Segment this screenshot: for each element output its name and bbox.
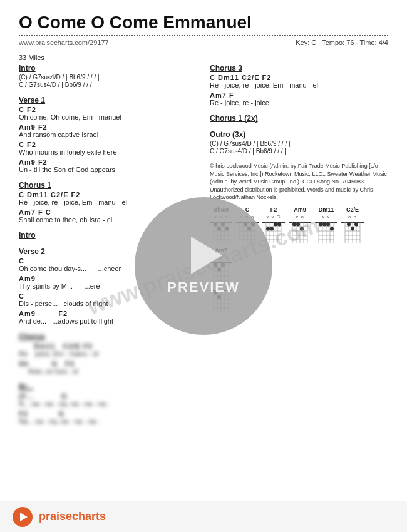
section-verse2: Verse 2 C Oh come thou day-s... ...cheer… xyxy=(19,247,197,325)
verse1-lyrics4: Un - till the Son of God appears xyxy=(19,166,197,173)
verse2-lyrics2: Thy spirits by M... ...ere xyxy=(19,282,197,290)
chord-diagrams: Bb6/9 x x o xyxy=(210,207,388,284)
verse2-pair4: Am9 F2 And de... ...adows put to flight xyxy=(19,310,197,325)
artist-label: 33 Miles xyxy=(19,54,388,61)
bridge-blurred-pair1: (F... G N... na - na - na, na - na - na … xyxy=(19,392,197,407)
verse1-title: Verse 1 xyxy=(19,96,197,105)
chord-c2e: C2/E o o xyxy=(341,207,364,243)
verse1-pair2: Am9 F2 And ransom captive Israel xyxy=(19,123,197,138)
chorus-blurred-pair1: Dm11 C2/E F2 Re joice, Em - manu - el xyxy=(19,342,197,357)
chorus3-pair2: Am7 F Re - joice, re - joice xyxy=(210,91,388,106)
logo-prefix: pr xyxy=(39,510,50,523)
svg-point-25 xyxy=(244,222,247,226)
bridge-blurred-chords2: F2 G xyxy=(19,410,197,417)
chorus-blurred-lyrics2: thee, on Isra - el xyxy=(19,367,197,375)
chorus3-lyrics2: Re - joice, re - joice xyxy=(210,99,388,106)
verse1-pair3: C F2 Who mourns in lonely exile here xyxy=(19,141,197,156)
svg-point-27 xyxy=(251,222,255,226)
chorus1-lyrics1: Re - joice, re - joice, Em - manu - el xyxy=(19,198,197,206)
verse2-pair2: Am9 Thy spirits by M... ...ere xyxy=(19,275,197,290)
section-intro2: Intro xyxy=(19,231,197,240)
svg-point-106 xyxy=(217,295,221,299)
svg-point-94 xyxy=(221,263,225,267)
chord-am9: Am9 x o xyxy=(289,207,311,243)
bottom-logo: praisecharts xyxy=(39,510,106,523)
logo-accent: ai xyxy=(50,510,59,523)
subtitle-row: www.praisecharts.com/29177 Key: C · Temp… xyxy=(19,39,388,46)
svg-point-92 xyxy=(214,263,217,267)
svg-point-105 xyxy=(214,290,217,294)
chord-c: C x o o xyxy=(236,207,259,243)
intro-line1: (C) / G7sus4/D / | Bb6/9 / / / | xyxy=(19,74,197,81)
section-chorus-blurred: Chorus Dm11 C2/E F2 Re joice, Em - manu … xyxy=(19,332,197,375)
intro-line2: C / G7sus4/D / | Bb6/9 / / / xyxy=(19,81,197,88)
chorus1-pair2: Am7 F C Shall come to thee, oh Isra - el xyxy=(19,208,197,223)
play-icon xyxy=(20,513,28,521)
svg-point-52 xyxy=(292,222,296,226)
svg-point-80 xyxy=(351,227,354,230)
chorus3-chords2: Am7 F xyxy=(210,91,388,99)
play-button[interactable] xyxy=(13,507,33,527)
svg-point-14 xyxy=(225,227,229,230)
svg-point-67 xyxy=(326,222,330,226)
svg-point-38 xyxy=(266,227,270,230)
verse2-pair3: C Dis - perse... clouds of night xyxy=(19,292,197,307)
chorus1-chords2: Am7 F C xyxy=(19,208,197,216)
section-verse1: Verse 1 C F2 Oh come, Oh come, Em - manu… xyxy=(19,96,197,173)
chorus-blurred-title: Chorus xyxy=(19,332,197,341)
bridge-blurred-lyrics2: Na... na - na, na - na - na - xyxy=(19,417,197,425)
intro-title: Intro xyxy=(19,64,197,73)
svg-point-54 xyxy=(300,227,304,230)
section-intro: Intro (C) / G7sus4/D / | Bb6/9 / / / | C… xyxy=(19,64,197,88)
svg-point-12 xyxy=(217,227,221,230)
verse1-chords1: C F2 xyxy=(19,106,197,113)
verse2-chords4: Am9 F2 xyxy=(19,310,197,317)
verse1-chords4: Am9 F2 xyxy=(19,158,197,166)
verse2-chords2: Am9 xyxy=(19,275,197,282)
chorus-blurred-chords2: Sh G F2 xyxy=(19,360,197,367)
verse1-lyrics3: Who mourns in lonely exile here xyxy=(19,148,197,156)
verse2-lyrics1: Oh come thou day-s... ...cheer xyxy=(19,265,197,272)
section-chorus1-2x: Chorus 1 (2x) xyxy=(210,114,388,123)
chorus1-title: Chorus 1 xyxy=(19,181,197,190)
svg-point-11 xyxy=(214,222,217,226)
chorus1-pair1: C Dm11 C2/E F2 Re - joice, re - joice, E… xyxy=(19,191,197,206)
chorus3-pair1: C Dm11 C2/E F2 Re - joice, re - joice, E… xyxy=(210,74,388,89)
verse1-chords2: Am9 F2 xyxy=(19,123,197,131)
verse2-lyrics4: And de... ...adows put to flight xyxy=(19,317,197,325)
chorus1-lyrics2: Shall come to thee, oh Isra - el xyxy=(19,216,197,223)
verse1-pair4: Am9 F2 Un - till the Son of God appears xyxy=(19,158,197,173)
left-column: Intro (C) / G7sus4/D / | Bb6/9 / / / | C… xyxy=(19,64,197,432)
outro-line1: (C) / G7sus4/D / | Bb6/9 / / / | xyxy=(210,140,388,147)
svg-point-68 xyxy=(330,227,334,230)
intro2-title: Intro xyxy=(19,231,197,240)
verse2-pair1: C Oh come thou day-s... ...cheer xyxy=(19,257,197,272)
bridge-blurred-lyrics1: N... na - na - na, na - na - na - xyxy=(19,400,197,407)
chord-f2: F2 x x G xyxy=(262,207,285,243)
page-title: O Come O Come Emmanuel xyxy=(19,13,388,33)
bridge-blurred-title: Br... xyxy=(19,382,197,391)
url-label[interactable]: www.praisecharts.com/29177 xyxy=(19,39,109,46)
verse1-lyrics1: Oh come, Oh come, Em - manuel xyxy=(19,113,197,121)
copyright-block: © hris Lockwood Music (Admin. by Fair Tr… xyxy=(210,162,388,202)
bridge-blurred-pair2: F2 G Na... na - na, na - na - na - xyxy=(19,410,197,425)
svg-point-66 xyxy=(322,222,326,226)
dotted-divider xyxy=(19,35,388,36)
copyright-text: © hris Lockwood Music (Admin. by Fair Tr… xyxy=(210,163,387,200)
section-chorus1: Chorus 1 C Dm11 C2/E F2 Re - joice, re -… xyxy=(19,181,197,223)
chorus1-2x-title: Chorus 1 (2x) xyxy=(210,114,388,123)
chorus-blurred-pair2: Sh G F2 thee, on Isra - el xyxy=(19,360,197,375)
svg-point-41 xyxy=(277,222,281,226)
chord-bb69: Bb6/9 x x o xyxy=(210,207,232,243)
page-container: O Come O Come Emmanuel www.praisecharts.… xyxy=(0,0,407,532)
verse2-chords1: C xyxy=(19,257,197,265)
section-bridge-blurred: Br... (F... G N... na - na - na, na - na… xyxy=(19,382,197,425)
key-info: Key: C · Tempo: 76 · Time: 4/4 xyxy=(296,39,388,46)
svg-point-39 xyxy=(270,227,274,230)
section-outro: Outro (3x) (C) / G7sus4/D / | Bb6/9 / / … xyxy=(210,130,388,155)
logo-suffix: secharts xyxy=(59,510,106,523)
outro-title: Outro (3x) xyxy=(210,130,388,139)
svg-point-13 xyxy=(221,222,225,226)
chorus3-chords1: C Dm11 C2/E F2 xyxy=(210,74,388,81)
svg-point-65 xyxy=(319,222,322,226)
